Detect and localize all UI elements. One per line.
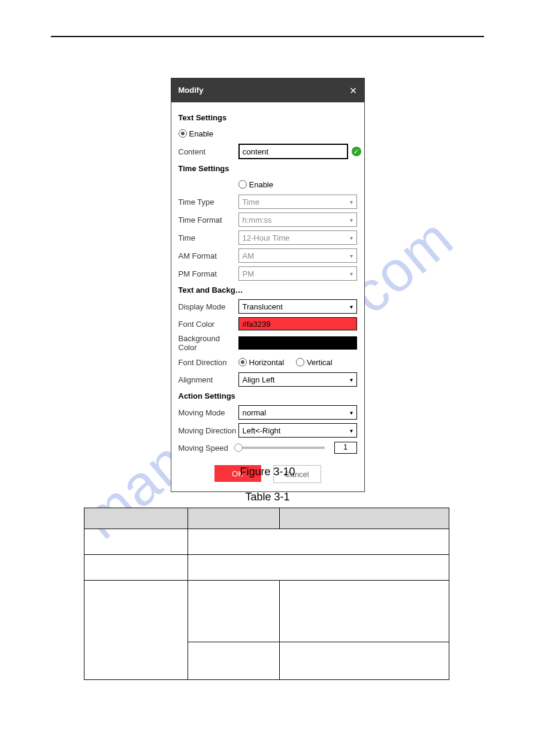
value-time-format: h:mm:ss — [243, 215, 272, 224]
label-display-mode: Display Mode — [179, 302, 238, 311]
value-time-type: Time — [243, 198, 259, 207]
select-am-format[interactable]: AM ▾ — [238, 248, 357, 263]
table-header-cell — [84, 508, 188, 529]
chevron-down-icon: ▾ — [350, 199, 353, 205]
table-row — [84, 529, 449, 555]
chevron-down-icon: ▾ — [350, 409, 353, 416]
row-content: Content ✓ — [179, 144, 357, 159]
font-color-swatch[interactable]: #fa3239 — [238, 317, 357, 330]
row-text-enable: Enable — [179, 127, 357, 140]
select-alignment[interactable]: Align Left ▾ — [238, 372, 357, 387]
value-alignment: Align Left — [243, 375, 275, 384]
table-cell — [188, 555, 449, 581]
value-time: 12-Hour Time — [243, 233, 290, 242]
table-cell — [84, 581, 188, 680]
table-3-1 — [84, 508, 449, 680]
section-text-settings: Text Settings — [179, 113, 357, 122]
label-content: Content — [179, 147, 238, 156]
table-row — [84, 581, 449, 642]
chevron-down-icon: ▾ — [350, 217, 353, 223]
table-cell — [84, 529, 188, 555]
section-text-bg: Text and Backg… — [179, 286, 357, 294]
table-row — [84, 508, 449, 529]
label-time-format: Time Format — [179, 215, 238, 224]
dialog-body: Text Settings Enable Content ✓ Time Sett… — [171, 102, 364, 491]
table-header-cell — [188, 508, 280, 529]
radio-vertical[interactable] — [296, 358, 304, 366]
value-moving-direction: Left<-Right — [243, 426, 281, 435]
moving-speed-value[interactable]: 1 — [334, 442, 357, 454]
label-time: Time — [179, 233, 238, 242]
slider-thumb[interactable] — [234, 444, 243, 452]
radio-horizontal[interactable] — [238, 358, 247, 366]
dialog-header: Modify × — [171, 78, 364, 102]
chevron-down-icon: ▾ — [350, 377, 353, 383]
label-time-type: Time Type — [179, 198, 238, 207]
value-am-format: AM — [243, 251, 255, 260]
validate-ok-icon: ✓ — [352, 147, 361, 156]
chevron-down-icon: ▾ — [350, 303, 353, 310]
row-time-enable: Enable — [179, 178, 357, 191]
select-time-format[interactable]: h:mm:ss ▾ — [238, 212, 357, 227]
radio-text-enable[interactable] — [179, 129, 187, 138]
label-time-enable: Enable — [249, 180, 273, 189]
table-cell — [188, 529, 449, 555]
label-horizontal: Horizontal — [249, 358, 285, 367]
page: manualchivecom Modify × Text Settings En… — [0, 0, 535, 756]
select-display-mode[interactable]: Translucent ▾ — [238, 299, 357, 314]
moving-speed-slider[interactable] — [238, 447, 325, 449]
label-vertical: Vertical — [307, 358, 333, 367]
label-bg-color: Background Color — [179, 334, 238, 352]
chevron-down-icon: ▾ — [350, 271, 353, 277]
label-pm-format: PM Format — [179, 269, 238, 278]
top-rule — [51, 36, 484, 37]
table-cell — [188, 642, 280, 680]
chevron-down-icon: ▾ — [350, 235, 353, 241]
close-icon[interactable]: × — [350, 78, 357, 102]
bg-color-swatch[interactable] — [238, 336, 357, 350]
label-moving-speed: Moving Speed — [179, 444, 238, 453]
value-display-mode: Translucent — [243, 302, 283, 311]
table-cell — [188, 581, 280, 642]
value-moving-mode: normal — [243, 408, 267, 417]
content-input[interactable] — [238, 144, 348, 159]
figure-caption: Figure 3-10 — [0, 466, 535, 478]
chevron-down-icon: ▾ — [350, 253, 353, 259]
label-alignment: Alignment — [179, 375, 238, 384]
select-time[interactable]: 12-Hour Time ▾ — [238, 230, 357, 245]
select-pm-format[interactable]: PM ▾ — [238, 266, 357, 281]
table-cell — [280, 581, 449, 642]
table-header-cell — [280, 508, 449, 529]
section-action-settings: Action Settings — [179, 391, 357, 400]
table-row — [84, 555, 449, 581]
label-am-format: AM Format — [179, 251, 238, 260]
label-font-direction: Font Direction — [179, 358, 238, 367]
dialog-title: Modify — [179, 78, 204, 102]
section-time-settings: Time Settings — [179, 164, 357, 173]
select-moving-direction[interactable]: Left<-Right ▾ — [238, 423, 357, 438]
table-cell — [84, 555, 188, 581]
label-moving-mode: Moving Mode — [179, 408, 238, 417]
table-cell — [280, 642, 449, 680]
label-text-enable: Enable — [189, 129, 213, 138]
radio-time-enable[interactable] — [238, 180, 247, 189]
value-pm-format: PM — [243, 269, 255, 278]
label-font-color: Font Color — [179, 320, 238, 329]
table-caption: Table 3-1 — [0, 491, 535, 503]
select-moving-mode[interactable]: normal ▾ — [238, 405, 357, 420]
modify-dialog: Modify × Text Settings Enable Content ✓ … — [171, 78, 365, 492]
chevron-down-icon: ▾ — [350, 427, 353, 434]
label-moving-direction: Moving Direction — [179, 426, 238, 435]
select-time-type[interactable]: Time ▾ — [238, 195, 357, 209]
